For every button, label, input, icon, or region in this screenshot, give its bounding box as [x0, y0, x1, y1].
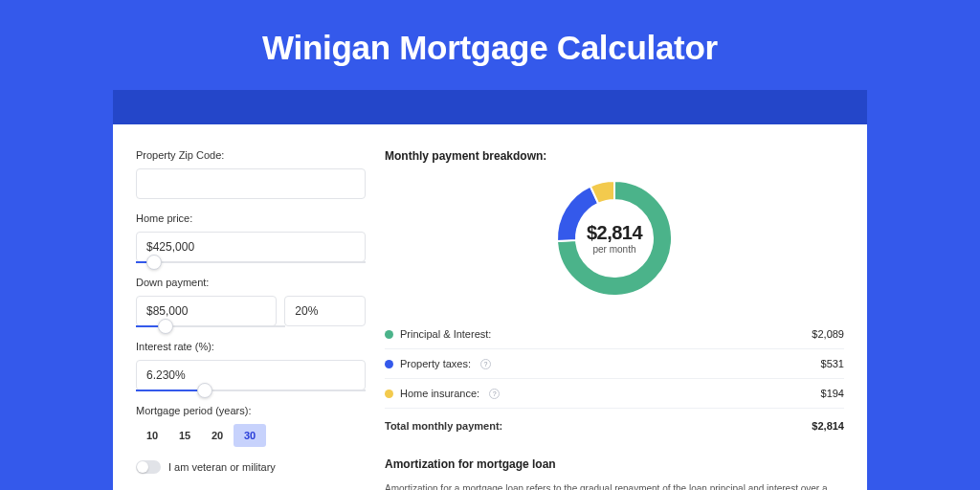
home-price-input[interactable]: [136, 232, 366, 262]
legend-row-0: Principal & Interest:$2,089: [385, 320, 844, 349]
legend-value: $531: [821, 358, 844, 369]
form-panel: Property Zip Code: Home price: Down paym…: [136, 149, 366, 490]
legend: Principal & Interest:$2,089Property taxe…: [385, 320, 844, 409]
period-btn-30[interactable]: 30: [234, 424, 266, 447]
amortization-title: Amortization for mortgage loan: [385, 457, 844, 471]
period-label: Mortgage period (years):: [136, 405, 366, 416]
period-options: 10152030: [136, 424, 366, 447]
home-price-slider[interactable]: [136, 261, 366, 263]
interest-label: Interest rate (%):: [136, 341, 366, 352]
total-value: $2,814: [812, 420, 844, 432]
donut-center: $2,814 per month: [587, 222, 642, 255]
period-row-wrap: Mortgage period (years): 10152030: [136, 405, 366, 447]
interest-slider-fill: [136, 390, 205, 391]
total-row: Total monthly payment: $2,814: [385, 409, 844, 440]
donut-sub: per month: [587, 244, 642, 255]
legend-value: $2,089: [812, 328, 844, 340]
zip-input[interactable]: [136, 168, 366, 199]
zip-row: Property Zip Code:: [136, 149, 366, 199]
veteran-label: I am veteran or military: [168, 461, 276, 473]
down-payment-slider-thumb[interactable]: [158, 319, 173, 334]
breakdown-title: Monthly payment breakdown:: [385, 149, 844, 163]
interest-input[interactable]: [136, 360, 366, 390]
down-payment-slider[interactable]: [136, 325, 285, 327]
info-icon[interactable]: ?: [480, 359, 491, 369]
legend-dot: [385, 390, 393, 398]
period-btn-15[interactable]: 15: [168, 424, 201, 447]
donut-chart: $2,814 per month: [385, 176, 844, 301]
down-payment-pct-input[interactable]: [284, 296, 366, 326]
interest-slider[interactable]: [136, 390, 366, 391]
interest-row: Interest rate (%):: [136, 341, 366, 391]
header-accent-bar: [113, 90, 867, 124]
veteran-row: I am veteran or military: [136, 460, 366, 474]
period-btn-10[interactable]: 10: [136, 424, 168, 447]
home-price-label: Home price:: [136, 212, 366, 224]
amortization-text: Amortization for a mortgage loan refers …: [385, 482, 844, 490]
legend-row-2: Home insurance:?$194: [385, 379, 844, 409]
legend-value: $194: [821, 388, 844, 399]
amortization-section: Amortization for mortgage loan Amortizat…: [385, 457, 844, 490]
breakdown-panel: Monthly payment breakdown: $2,814 per mo…: [385, 149, 844, 490]
legend-label: Property taxes:: [400, 358, 471, 369]
legend-dot: [385, 360, 393, 368]
home-price-slider-thumb[interactable]: [146, 255, 162, 270]
down-payment-row: Down payment:: [136, 277, 366, 327]
down-payment-amount-input[interactable]: [136, 296, 277, 326]
legend-dot: [385, 330, 393, 339]
interest-slider-thumb[interactable]: [197, 383, 212, 398]
info-icon[interactable]: ?: [489, 389, 500, 399]
legend-label: Home insurance:: [400, 388, 479, 399]
total-label: Total monthly payment:: [385, 420, 502, 432]
veteran-toggle[interactable]: [136, 460, 161, 474]
period-btn-20[interactable]: 20: [201, 424, 234, 447]
page-title: Winigan Mortgage Calculator: [0, 0, 980, 90]
calculator-card: Property Zip Code: Home price: Down paym…: [113, 124, 867, 490]
home-price-row: Home price:: [136, 212, 366, 263]
legend-row-1: Property taxes:?$531: [385, 349, 844, 379]
down-payment-label: Down payment:: [136, 277, 366, 288]
legend-label: Principal & Interest:: [400, 328, 491, 340]
zip-label: Property Zip Code:: [136, 149, 366, 161]
veteran-toggle-thumb: [137, 461, 148, 473]
donut-amount: $2,814: [587, 222, 642, 244]
